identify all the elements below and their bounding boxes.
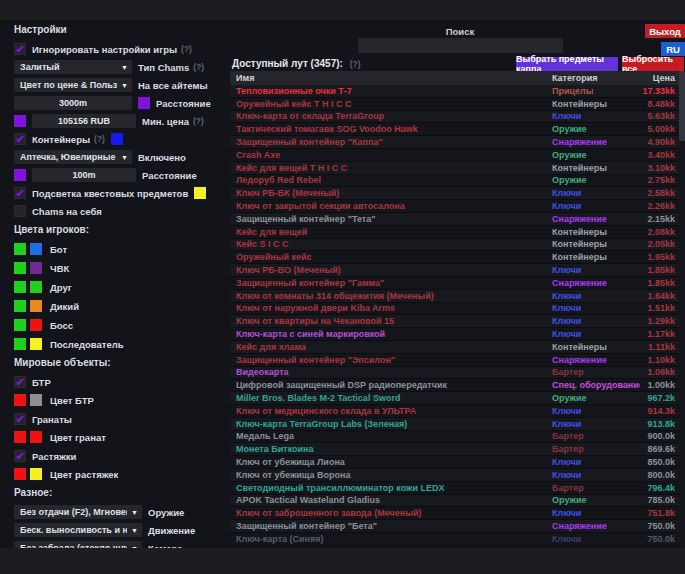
min-price-color-swatch[interactable] [14,115,26,127]
player-color-row: Бот [12,242,230,256]
loot-row[interactable]: Ледоруб Red RebelОружие2.75kk [230,175,679,188]
help-icon[interactable]: (?) [181,44,192,54]
loot-row[interactable]: Оружейный кейсКонтейнеры1.95kk [230,251,679,264]
loot-row[interactable]: Кейс для хламаКонтейнеры1.11kk [230,341,679,354]
loot-row[interactable]: Ключ от медицинского склада в УЛЬТРАКлюч… [230,405,679,418]
select-kappa-items-button[interactable]: Выбрать предметы каппа [516,57,618,71]
quest-items-color-swatch[interactable] [194,187,206,199]
loot-row[interactable]: Miller Bros. Blades M-2 Tactical SwordОр… [230,392,679,405]
player-color-row-primary-swatch[interactable] [14,281,26,293]
column-header-price[interactable]: Цена [640,73,679,83]
search-input[interactable] [358,38,563,53]
player-color-row-secondary-swatch[interactable] [30,281,42,293]
containers-color-swatch[interactable] [111,133,123,145]
loot-row[interactable]: Ключ от закрытой секции автосалонаКлючи2… [230,200,679,213]
chams-type-value: Залитый [20,62,117,72]
loot-row[interactable]: Защищенный контейнер "Каппа"Снаряжение4.… [230,136,679,149]
world-object-color-row-secondary-swatch[interactable] [30,394,42,406]
player-colors-list: БотЧВКДругДикийБоссПоследователь [12,242,230,351]
container-types-dropdown[interactable]: Аптечка, Ювелирные и... ▼ [14,150,132,164]
exit-button[interactable]: Выход [645,24,685,38]
loot-row[interactable]: Кейс для вещейКонтейнеры2.08kk [230,226,679,239]
loot-row[interactable]: Ключ-карта с синей маркировкойКлючи1.17k… [230,328,679,341]
ignore-game-settings-checkbox[interactable] [14,43,26,55]
world-object-color-row-secondary-swatch[interactable] [30,431,42,443]
loot-row[interactable]: Ключ от заброшенного завода (Меченый)Клю… [230,507,679,520]
world-object-color-row-secondary-swatch[interactable] [30,468,42,480]
loot-item-price: 8.48kk [640,99,679,109]
loot-row[interactable]: Защищенный контейнер "Бета"Снаряжение750… [230,520,679,533]
loot-row[interactable]: Ключ РБ-ВО (Меченый)Ключи1.85kk [230,264,679,277]
player-color-row-secondary-swatch[interactable] [30,300,42,312]
quest-items-row: Подсветка квестовых предметов [12,186,230,200]
player-color-row-label: Последователь [50,339,124,350]
help-icon[interactable]: (?) [193,62,204,72]
loot-row[interactable]: Ключ-карта от склада TerraGroupКлючи5.63… [230,111,679,124]
player-color-row-secondary-swatch[interactable] [30,262,42,274]
loot-row[interactable]: Ключ от наружной двери Kiba ArmsКлючи1.5… [230,303,679,316]
loot-row[interactable]: Тактический томагавк SOG Voodoo HawkОруж… [230,123,679,136]
misc-dropdown-value: Без отдачи (F2), Мгновенное п [20,507,127,517]
loot-item-category: Ключи [552,111,640,121]
loot-scrollbar-thumb[interactable] [679,71,685,141]
loot-row[interactable]: Цифровой защищенный DSP радиопередатчикС… [230,379,679,392]
color-mode-dropdown[interactable]: Цвет по цене & Пользователь ▼ [14,78,132,92]
min-price-input[interactable]: 105156 RUB [32,114,136,128]
loot-row[interactable]: Защищенный контейнер "Гамма"Снаряжение1.… [230,277,679,290]
distance-color-swatch[interactable] [138,97,150,109]
loot-item-name: Ледоруб Red Rebel [230,175,552,185]
loot-item-price: 2.05kk [640,239,679,249]
loot-row[interactable]: Защищенный контейнер "Тета"Снаряжение2.1… [230,213,679,226]
world-object-color-row-primary-swatch[interactable] [14,431,26,443]
loot-row[interactable]: Ключ от убежища ВоронаКлючи800.0k [230,469,679,482]
loot-row[interactable]: Кейс S I C CКонтейнеры2.05kk [230,239,679,252]
player-color-row-secondary-swatch[interactable] [30,243,42,255]
help-icon[interactable]: (?) [94,134,105,144]
player-color-row-primary-swatch[interactable] [14,300,26,312]
loot-row[interactable]: Ключ от убежища ЛионаКлючи850.0k [230,456,679,469]
quest-items-checkbox[interactable] [14,187,26,199]
containers-checkbox[interactable] [14,133,26,145]
loot-row[interactable]: Ключ от квартиры на Чекановой 15Ключи1.2… [230,315,679,328]
loot-row[interactable]: Crash AxeОружие3.40kk [230,149,679,162]
loot-item-name: Оружейный кейс [230,252,552,262]
loot-scrollbar[interactable] [679,71,685,547]
container-distance-input[interactable]: 100m [32,168,136,182]
loot-row[interactable]: Тепловизионные очки Т-7Прицелы17.33kk [230,85,679,98]
player-color-row-secondary-swatch[interactable] [30,319,42,331]
player-color-row-secondary-swatch[interactable] [30,338,42,350]
loot-row[interactable]: ВидеокартаБартер1.06kk [230,367,679,380]
world-object-checkbox[interactable] [14,413,26,425]
loot-row[interactable]: Ключ-карта TerraGroup Labs (Зеленая)Ключ… [230,418,679,431]
loot-row[interactable]: Ключ РБ-БК (Меченый)Ключи2.58kk [230,187,679,200]
loot-row[interactable]: Ключ от комнаты 314 общежития (Меченый)К… [230,290,679,303]
distance-input[interactable]: 3000m [14,96,132,110]
player-color-row-primary-swatch[interactable] [14,338,26,350]
loot-row[interactable]: Медаль LegaБартер900.0k [230,431,679,444]
misc-dropdown[interactable]: Беск. выносливость и нет уста▼ [14,523,142,537]
loot-row[interactable]: Оружейный кейс T H I C CКонтейнеры8.48kk [230,98,679,111]
chams-self-checkbox[interactable] [14,205,26,217]
world-object-checkbox[interactable] [14,376,26,388]
loot-row[interactable]: Монета БиткоинаБартер869.6k [230,443,679,456]
world-object-color-row-primary-swatch[interactable] [14,468,26,480]
loot-item-category: Ключи [552,457,640,467]
world-object-checkbox[interactable] [14,450,26,462]
drop-all-button[interactable]: Выбросить все [622,57,684,71]
column-header-name[interactable]: Имя [230,73,552,83]
misc-dropdown[interactable]: Без отдачи (F2), Мгновенное п▼ [14,505,142,519]
column-header-category[interactable]: Категория [552,73,640,83]
player-color-row-primary-swatch[interactable] [14,319,26,331]
world-object-color-row-primary-swatch[interactable] [14,394,26,406]
loot-row[interactable]: Ключ-карта (Синяя)Ключи750.0k [230,533,679,546]
help-icon[interactable]: (?) [350,59,361,69]
player-color-row-primary-swatch[interactable] [14,243,26,255]
loot-row[interactable]: Светодиодный трансиллюминатор кожи LEDXБ… [230,482,679,495]
loot-row[interactable]: Кейс для вещей T H I C CКонтейнеры3.10kk [230,162,679,175]
player-color-row-primary-swatch[interactable] [14,262,26,274]
loot-row[interactable]: APOK Tactical Wasteland GladiusОружие785… [230,495,679,508]
chams-type-dropdown[interactable]: Залитый ▼ [14,60,132,74]
loot-row[interactable]: Защищенный контейнер "Эпсилон"Снаряжение… [230,354,679,367]
help-icon[interactable]: (?) [193,116,204,126]
container-distance-color-swatch[interactable] [14,169,26,181]
